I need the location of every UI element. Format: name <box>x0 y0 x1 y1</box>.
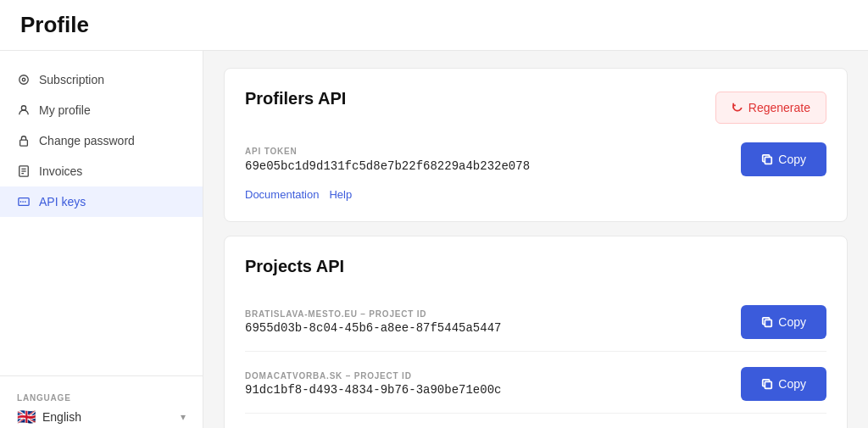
profilers-api-title: Profilers API <box>245 89 346 108</box>
sidebar-label-api-keys: API keys <box>39 195 86 208</box>
invoices-icon <box>17 164 31 178</box>
main-content: Profilers API Regenerate API TOKEN 69e05… <box>203 51 868 428</box>
sidebar: Subscription My profile <box>0 51 203 428</box>
token-links: Documentation Help <box>245 188 826 201</box>
svg-rect-8 <box>19 198 29 206</box>
page-body: Subscription My profile <box>0 51 868 428</box>
documentation-link[interactable]: Documentation <box>245 188 319 201</box>
subscription-icon <box>17 73 31 86</box>
project-row-0: BRATISLAVA-MESTO.EU – PROJECT ID 6955d03… <box>245 293 826 352</box>
my-profile-icon <box>17 103 31 117</box>
svg-rect-14 <box>765 381 772 388</box>
project-info-0: BRATISLAVA-MESTO.EU – PROJECT ID 6955d03… <box>245 309 501 335</box>
projects-api-card: Projects API BRATISLAVA-MESTO.EU – PROJE… <box>224 236 848 428</box>
project-copy-button-0[interactable]: Copy <box>741 305 826 339</box>
sidebar-item-subscription[interactable]: Subscription <box>0 64 203 95</box>
project-copy-label-0: Copy <box>778 315 806 329</box>
language-flag: 🇬🇧 <box>17 408 36 426</box>
api-token-section: API TOKEN 69e05bc1d9d131fc5d8e7b22f68229… <box>245 142 826 176</box>
copy-icon-0 <box>761 316 773 328</box>
project-copy-label-1: Copy <box>778 377 806 391</box>
svg-rect-13 <box>765 320 772 326</box>
sidebar-label-invoices: Invoices <box>39 164 82 178</box>
help-link[interactable]: Help <box>329 188 352 201</box>
change-password-icon <box>17 134 31 147</box>
project-row-1: DOMACATVORBA.SK – PROJECT ID 91dc1bf8-d4… <box>245 355 826 414</box>
svg-point-1 <box>22 78 25 81</box>
project-label-0: BRATISLAVA-MESTO.EU – PROJECT ID <box>245 309 501 319</box>
sidebar-label-change-password: Change password <box>39 134 135 147</box>
language-label: LANGUAGE <box>17 393 186 403</box>
project-id-0: 6955d03b-8c04-45b6-a8ee-87f5445a5447 <box>245 321 501 335</box>
chevron-down-icon: ▾ <box>181 411 186 423</box>
api-token-value: 69e05bc1d9d131fc5d8e7b22f68229a4b232e078 <box>245 159 727 173</box>
api-token-info: API TOKEN 69e05bc1d9d131fc5d8e7b22f68229… <box>245 147 727 173</box>
sidebar-item-api-keys[interactable]: API keys <box>0 186 203 217</box>
api-token-copy-label: Copy <box>778 153 806 166</box>
language-name: English <box>42 410 174 424</box>
svg-point-0 <box>19 75 29 85</box>
api-token-label: API TOKEN <box>245 147 727 156</box>
page-title: Profile <box>20 12 848 38</box>
language-section: LANGUAGE 🇬🇧 English ▾ <box>0 383 203 428</box>
sidebar-item-change-password[interactable]: Change password <box>0 125 203 156</box>
project-label-1: DOMACATVORBA.SK – PROJECT ID <box>245 371 501 381</box>
svg-rect-12 <box>765 157 772 164</box>
api-token-copy-button[interactable]: Copy <box>741 142 826 176</box>
profilers-api-header: Profilers API Regenerate <box>245 89 826 125</box>
sidebar-item-invoices[interactable]: Invoices <box>0 156 203 186</box>
regenerate-label: Regenerate <box>748 101 810 114</box>
sidebar-label-subscription: Subscription <box>39 73 104 86</box>
sidebar-nav: Subscription My profile <box>0 64 203 369</box>
regenerate-icon <box>732 102 743 114</box>
page-wrapper: Profile Subscription <box>0 0 868 428</box>
copy-icon-1 <box>761 378 773 390</box>
language-selector[interactable]: 🇬🇧 English ▾ <box>17 408 186 426</box>
projects-api-title: Projects API <box>245 257 826 276</box>
project-copy-button-1[interactable]: Copy <box>741 367 826 401</box>
profilers-api-card: Profilers API Regenerate API TOKEN 69e05… <box>224 68 848 222</box>
project-row-2: HANDMADETVORBA.SK – PROJECT ID e04c1fe4-… <box>245 417 826 428</box>
sidebar-item-my-profile[interactable]: My profile <box>0 95 203 125</box>
sidebar-label-my-profile: My profile <box>39 103 91 117</box>
sidebar-divider <box>0 375 203 376</box>
page-header: Profile <box>0 0 868 51</box>
regenerate-button[interactable]: Regenerate <box>715 92 826 124</box>
project-id-1: 91dc1bf8-d493-4834-9b76-3a90be71e00c <box>245 383 501 397</box>
api-keys-icon <box>17 195 31 208</box>
svg-point-2 <box>21 106 25 110</box>
project-info-1: DOMACATVORBA.SK – PROJECT ID 91dc1bf8-d4… <box>245 371 501 397</box>
svg-rect-3 <box>20 140 28 146</box>
projects-list: BRATISLAVA-MESTO.EU – PROJECT ID 6955d03… <box>245 293 826 428</box>
copy-icon <box>761 153 773 165</box>
